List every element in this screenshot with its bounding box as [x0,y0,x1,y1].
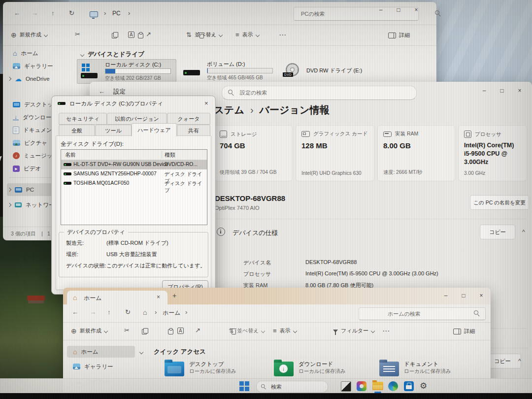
settings-search-box[interactable]: 設定の検索 [222,86,417,100]
search-icon[interactable] [435,10,441,17]
copy-button[interactable]: コピー [480,225,515,239]
onedrive-cloud-icon: ☁ [15,75,22,82]
tab-sharing[interactable]: 共有 [177,125,210,136]
new-button[interactable]: ⊕ 新規作成 [11,31,47,38]
file-explorer-icon[interactable] [372,382,383,390]
sidebar-label: ギャラリー [84,363,113,370]
sidebar-item-gallery[interactable]: ギャラリー [7,60,79,72]
copy-label: コピー [489,229,506,235]
details-pane-button[interactable]: 詳細 [453,328,475,335]
sort-button[interactable]: ⇅ 並べ替え [186,31,222,38]
back-button[interactable]: ← [99,88,105,95]
back-button[interactable]: ← [14,10,20,16]
up-button[interactable]: ↑ [51,10,55,16]
maximize-button[interactable]: □ [456,290,471,301]
more-options-icon[interactable]: ⋯ [279,31,286,38]
paste-icon[interactable] [138,32,143,38]
storage-icon [220,131,227,138]
sidebar-item-home[interactable]: ⌂ ホーム [7,47,79,59]
photos-icon[interactable] [357,381,366,391]
tab-tools[interactable]: ツール [95,125,132,136]
breadcrumb[interactable]: ホーム [163,309,181,317]
tab-close-icon[interactable]: × [157,294,160,300]
explorer-tab[interactable]: ⌂ ホーム × [67,291,167,304]
gallery-icon [73,364,80,369]
cut-icon[interactable]: ✂ [75,31,80,37]
table-row-selected[interactable]: HL-DT-ST DVD+-RW GU90N USB Device DVD/CD… [61,160,207,169]
breadcrumb[interactable]: PC [112,10,121,17]
tab-general[interactable]: 全般 [59,125,95,136]
card-value: 128 MB [301,141,328,150]
rename-icon[interactable]: A [128,32,134,38]
sort-icon: ⇅ [186,32,192,38]
share-icon[interactable]: ↗ [146,31,151,37]
collapse-chevron-icon[interactable]: ^ [518,358,521,365]
table-row[interactable]: SAMSUNG MZNTY256HDHP-00007 ディスク ドライブ [61,169,207,179]
refresh-button[interactable]: ↻ [69,10,74,16]
collapse-icon[interactable] [139,350,143,354]
view-button[interactable]: ≡ 表示 [273,327,297,334]
collapse-chevron-icon[interactable]: ^ [522,229,525,235]
back-button[interactable]: ← [72,309,78,315]
this-pc-icon [15,187,22,193]
windows-start-button[interactable] [239,381,249,391]
section-quick-access[interactable]: クイック アクセス [140,348,206,356]
section-devices-drives[interactable]: デバイスとドライブ [81,50,144,59]
rename-icon[interactable]: A [177,328,184,334]
sort-button[interactable]: ⇅ 並べ替え [229,327,265,334]
details-pane-button[interactable]: 詳細 [388,32,410,39]
device-spec-header[interactable]: デバイスの仕様 [233,229,278,237]
refresh-button[interactable]: ↻ [125,309,131,315]
forward-button[interactable]: → [90,309,96,315]
tab-hardware[interactable]: ハードウェア [132,123,177,136]
plus-icon: ⊕ [11,32,17,38]
expander-icon[interactable] [7,188,11,192]
filter-button[interactable]: フィルター [333,327,374,334]
item-status: ローカルに保存済み [189,368,236,375]
more-options-icon[interactable]: ⋯ [382,327,390,334]
copy-icon[interactable] [142,328,148,334]
app-icon-dark[interactable] [341,381,351,392]
close-button[interactable]: × [409,4,424,16]
cut-icon[interactable]: ✂ [124,327,130,333]
drive-tile-c[interactable]: ローカル ディスク (C:) 空き領域 202 GB/237 GB [77,59,176,84]
close-button[interactable]: × [512,85,527,97]
sidebar-item-home[interactable]: ⌂ ホーム [67,346,135,358]
table-row[interactable]: TOSHIBA MQ01ACF050 ディスク ドライブ [61,179,207,188]
paste-icon[interactable] [168,328,173,334]
settings-gear-icon[interactable]: ⚙ [420,381,427,391]
expander-icon[interactable] [7,77,11,81]
minimize-button[interactable]: – [438,290,453,301]
up-button[interactable]: ↑ [107,309,111,315]
microsoft-store-icon[interactable] [404,381,414,391]
minimize-button[interactable]: – [373,4,388,16]
expander-icon[interactable] [7,203,11,207]
drive-tile-e[interactable]: DVD DVD RW ドライブ (E:) [282,59,370,83]
spec-value: DESKTOP-68VGR88 [305,259,357,265]
forward-button[interactable]: → [32,10,38,16]
view-icon: ≡ [235,32,239,38]
drive-tile-d[interactable]: ボリューム (D:) 空き領域 465 GB/465 GB [179,59,278,83]
close-icon[interactable]: × [204,100,208,107]
share-icon[interactable]: ↗ [195,327,200,333]
group-title: デバイスのプロパティ [64,229,128,236]
collapse-icon[interactable] [80,52,84,56]
view-button[interactable]: ≡ 表示 [235,31,259,38]
minimize-button[interactable]: – [477,85,492,97]
new-button[interactable]: ⊕ 新規作成 [71,327,107,334]
explorer-search-box[interactable]: ホームの検索 [359,307,486,320]
maximize-button[interactable]: □ [495,85,509,97]
sidebar-item-gallery[interactable]: ギャラリー [67,361,135,372]
card-label: ストレージ [231,131,257,138]
column-header-name[interactable]: 名前 [65,151,76,159]
close-button[interactable]: × [474,290,489,301]
taskbar-search-box[interactable]: 検索 [256,381,328,393]
column-header-type[interactable]: 種類 [165,151,175,159]
copy-icon[interactable] [112,32,118,38]
new-tab-icon[interactable]: + [172,292,176,299]
tab-security[interactable]: セキュリティ [59,113,107,125]
sidebar-item-onedrive[interactable]: ☁ OneDrive [7,73,73,85]
edge-browser-icon[interactable] [388,381,398,391]
maximize-button[interactable]: □ [391,4,406,16]
rename-pc-button[interactable]: この PC の名前を変更 [470,195,529,210]
